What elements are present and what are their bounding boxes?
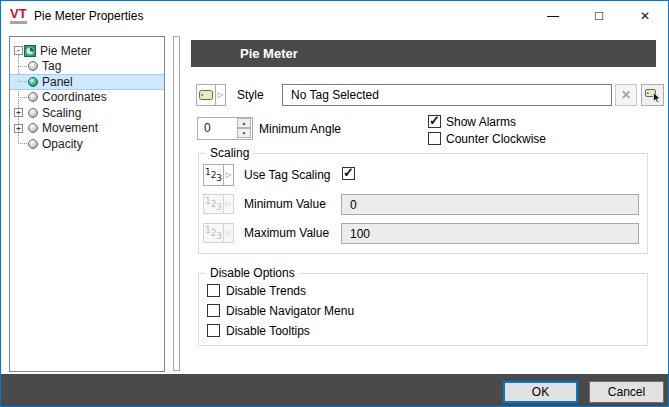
minimum-angle-label: Minimum Angle <box>259 118 341 140</box>
tree-item-label: Tag <box>42 59 61 73</box>
counter-clockwise-label: Counter Clockwise <box>446 132 546 146</box>
property-tree: - Pie Meter Tag Panel <box>9 36 165 372</box>
show-alarms-checkbox[interactable]: ✓ <box>428 115 441 128</box>
window-title: Pie Meter Properties <box>34 1 143 31</box>
disable-trends-checkbox[interactable]: ✓ <box>207 284 220 297</box>
disable-trends-label: Disable Trends <box>226 284 306 298</box>
style-label: Style <box>237 84 264 106</box>
property-node-icon <box>28 92 38 102</box>
tree-item-tag[interactable]: Tag <box>10 59 164 75</box>
tree-item-coordinates[interactable]: Coordinates <box>10 90 164 106</box>
maximum-value-numeric-button: 123 ▷ <box>203 223 234 243</box>
spin-up-icon[interactable]: ▲ <box>237 118 251 128</box>
check-icon: ✓ <box>429 113 440 128</box>
numeric-tag-icon: 123 <box>204 195 224 213</box>
style-input[interactable] <box>282 84 612 106</box>
use-tag-scaling-label: Use Tag Scaling <box>244 164 331 186</box>
tree-item-scaling[interactable]: + Scaling <box>10 105 164 121</box>
vtscada-logo-icon: VT <box>10 7 27 24</box>
tree-item-label: Scaling <box>42 106 81 120</box>
panel-header: Pie Meter <box>191 40 656 67</box>
minimize-button[interactable]: — <box>530 1 576 31</box>
disable-navigator-menu-checkbox[interactable]: ✓ <box>207 304 220 317</box>
dropdown-arrow-icon: ▷ <box>224 165 233 185</box>
expand-icon[interactable]: + <box>14 108 23 117</box>
clear-x-icon: ✕ <box>621 88 631 102</box>
select-tag-button[interactable] <box>641 84 664 106</box>
expand-icon[interactable]: + <box>14 124 23 133</box>
counter-clockwise-checkbox[interactable]: ✓ <box>428 132 441 145</box>
tree-item-label: Coordinates <box>42 90 107 104</box>
tree-branch-line <box>18 143 28 144</box>
tag-icon <box>197 85 216 105</box>
cancel-button[interactable]: Cancel <box>589 381 664 403</box>
check-icon: ✓ <box>343 165 354 180</box>
pie-meter-properties-dialog: VT Pie Meter Properties — ☐ ✕ - Pie Mete… <box>0 0 669 407</box>
tree-branch-line <box>18 81 28 82</box>
numeric-tag-icon: 123 <box>204 165 224 185</box>
disable-tooltips-label: Disable Tooltips <box>226 324 310 338</box>
tree-branch-line <box>18 97 28 98</box>
maximum-value-label: Maximum Value <box>244 222 329 244</box>
tag-picker-icon <box>645 88 661 103</box>
title-bar[interactable]: VT Pie Meter Properties — ☐ ✕ <box>1 1 668 31</box>
dropdown-arrow-icon: ▷ <box>224 195 233 213</box>
pie-meter-icon <box>24 45 36 57</box>
maximize-icon: ☐ <box>594 10 604 22</box>
minimize-icon: — <box>547 9 559 23</box>
dropdown-arrow-icon: ▷ <box>216 85 225 105</box>
tree-item-pie-meter[interactable]: - Pie Meter <box>10 43 164 59</box>
maximum-value-input <box>341 223 639 244</box>
tree-item-movement[interactable]: + Movement <box>10 121 164 137</box>
collapse-expander-icon[interactable]: - <box>14 46 23 55</box>
maximize-button[interactable]: ☐ <box>576 1 622 31</box>
panel-splitter[interactable] <box>173 36 180 371</box>
ok-button[interactable]: OK <box>503 381 578 403</box>
minimum-angle-stepper[interactable]: 0 ▲ ▼ <box>197 117 253 140</box>
use-tag-scaling-numeric-button[interactable]: 123 ▷ <box>203 164 234 186</box>
tree-item-label: Panel <box>42 75 73 89</box>
clear-style-button[interactable]: ✕ <box>615 84 637 106</box>
spin-down-icon[interactable]: ▼ <box>237 128 251 138</box>
scaling-group-title: Scaling <box>206 146 253 160</box>
dropdown-arrow-icon: ▷ <box>224 224 233 242</box>
property-node-icon <box>28 61 38 71</box>
tree-branch-line <box>18 66 28 67</box>
property-node-icon <box>28 123 38 133</box>
property-node-icon <box>28 108 38 118</box>
panel-title: Pie Meter <box>240 46 298 61</box>
use-tag-scaling-checkbox[interactable]: ✓ <box>342 167 355 180</box>
minimum-value-numeric-button: 123 ▷ <box>203 194 234 214</box>
property-node-icon-active <box>28 77 38 87</box>
tree-item-label: Opacity <box>42 137 83 151</box>
minimum-value-input <box>341 194 639 215</box>
tree-item-label: Pie Meter <box>40 44 91 58</box>
tree-item-panel[interactable]: Panel <box>10 74 164 90</box>
minimum-value-label: Minimum Value <box>244 193 326 215</box>
style-tag-menu-button[interactable]: ▷ <box>196 84 226 106</box>
numeric-tag-icon: 123 <box>204 224 224 242</box>
minimum-angle-value[interactable]: 0 <box>204 118 211 139</box>
tree-item-opacity[interactable]: Opacity <box>10 136 164 152</box>
show-alarms-label: Show Alarms <box>446 115 516 129</box>
close-icon: ✕ <box>640 9 650 23</box>
disable-navigator-menu-label: Disable Navigator Menu <box>226 304 354 318</box>
tree-item-label: Movement <box>42 121 98 135</box>
disable-tooltips-checkbox[interactable]: ✓ <box>207 324 220 337</box>
disable-options-group-title: Disable Options <box>206 266 299 280</box>
close-button[interactable]: ✕ <box>622 1 668 31</box>
property-node-icon <box>28 139 38 149</box>
